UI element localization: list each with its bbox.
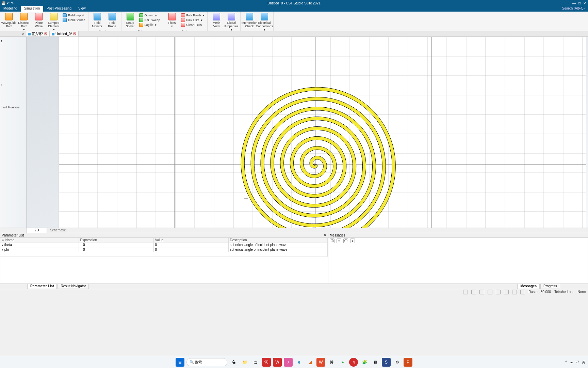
tab-simulation[interactable]: Simulation — [21, 6, 44, 12]
doctab-2[interactable]: Untitled_0*☒ — [50, 31, 79, 36]
window-close-icon[interactable]: ✕ — [583, 1, 586, 5]
msg-info-icon[interactable]: ⓘ — [330, 239, 334, 243]
taskbar-app6-icon[interactable]: ⚙ — [393, 358, 402, 367]
tray-chevron-icon[interactable]: ^ — [565, 360, 567, 364]
discrete-port-button[interactable]: Discrete Port▾ — [16, 12, 31, 32]
start-button[interactable]: ⊞ — [176, 358, 184, 367]
taskbar-netease-icon[interactable]: ♫ — [349, 358, 358, 367]
panel-tabs: Parameter List Result Navigator Messages… — [0, 284, 588, 289]
col-desc[interactable]: Description — [228, 238, 328, 243]
taskbar-app1-icon[interactable]: 词 — [262, 358, 271, 367]
paneltab-progress[interactable]: Progress — [540, 284, 560, 289]
window-maximize-icon[interactable]: □ — [578, 1, 581, 5]
optimizer-label: Optimizer — [145, 14, 158, 17]
field-import-button[interactable]: Field Import — [62, 13, 86, 18]
taskbar-explorer-icon[interactable]: 📁 — [240, 358, 249, 367]
taskbar-app5-icon[interactable]: 🖥 — [371, 358, 380, 367]
table-row-new[interactable] — [0, 252, 328, 257]
model-viewport[interactable] — [27, 37, 588, 228]
taskbar-folder-icon[interactable]: 🗂 — [251, 358, 260, 367]
taskbar-matlab-icon[interactable]: ◢ — [306, 358, 314, 367]
status-axes-icon[interactable] — [520, 290, 525, 294]
table-row[interactable]: ▸ phi= 00spherical angle of incident pla… — [0, 247, 328, 252]
window-titlebar: 💾 ↶ ↷ Untitled_0 - CST Studio Suite 2021… — [0, 0, 588, 6]
tab-view[interactable]: View — [75, 6, 89, 12]
doctab-close-icon[interactable]: ✕ — [22, 32, 24, 36]
taskbar-ppt-icon[interactable]: P — [404, 358, 412, 367]
taskbar-terminal-icon[interactable]: ⌘ — [327, 358, 336, 367]
intersection-check-button[interactable]: Intersection Check — [242, 12, 257, 29]
optimizer-icon — [139, 13, 143, 17]
taskbar-cst-icon[interactable]: S — [382, 358, 391, 367]
waveguide-port-button[interactable]: Waveguide Port — [1, 12, 16, 29]
taskbar-app4-icon[interactable]: 🧩 — [360, 358, 369, 367]
doctab-2-close-icon[interactable]: ☒ — [73, 32, 76, 36]
tree-node-1[interactable]: 1 — [1, 38, 26, 44]
param-panel-close-icon[interactable]: ✕ — [324, 233, 326, 237]
taskbar-edge-icon[interactable]: e — [295, 358, 304, 367]
global-properties-button[interactable]: Global Properties▾ — [224, 12, 239, 32]
taskbar-widgets-icon[interactable]: 🌤 — [229, 358, 238, 367]
ribbon-search[interactable]: Search (Alt+Q) — [559, 6, 588, 12]
tray-ime[interactable]: 英 — [582, 360, 585, 365]
field-monitor-button[interactable]: Field Monitor — [90, 12, 105, 29]
ribbon-tabs: Modeling Simulation Post-Processing View… — [0, 6, 588, 12]
par-sweep-button[interactable]: Par. Sweep — [138, 18, 161, 22]
electrical-connections-button[interactable]: Electrical Connections▾ — [257, 12, 272, 32]
tree-node-s[interactable]: s — [1, 82, 26, 88]
col-name[interactable]: ▽ Name — [0, 238, 79, 243]
optimizer-button[interactable]: Optimizer — [138, 13, 161, 18]
paneltab-paramlist[interactable]: Parameter List — [27, 284, 57, 289]
lumped-element-label: Lumped Element — [47, 21, 61, 28]
setup-solver-button[interactable]: Setup Solver — [123, 12, 138, 29]
qat-redo-icon[interactable]: ↷ — [11, 1, 14, 5]
doctab-1-close-icon[interactable]: ☒ — [44, 32, 47, 36]
clear-picks-button[interactable]: Clear Picks — [180, 22, 206, 27]
param-panel-title: Parameter List — [2, 233, 24, 237]
table-row[interactable]: ▸ theta= 00spherical angle of incident p… — [0, 243, 328, 247]
field-probe-button[interactable]: Field Probe — [105, 12, 120, 29]
msg-err-icon[interactable]: ⓘ — [343, 239, 348, 243]
qat-save-icon[interactable]: 💾 — [1, 1, 5, 5]
picks-button[interactable]: Picks▾ — [165, 12, 180, 29]
status-reset-icon[interactable] — [479, 290, 484, 294]
pick-lists-button[interactable]: Pick Lists ▾ — [180, 18, 206, 22]
taskbar-search[interactable]: 🔍 搜索 — [186, 358, 227, 366]
status-zoom-icon[interactable] — [463, 290, 468, 294]
windows-taskbar[interactable]: ⊞ 🔍 搜索 🌤 📁 🗂 词 W ♪ e ◢ W ⌘ ● ♫ 🧩 🖥 S ⚙ P… — [0, 356, 588, 368]
pick-points-button[interactable]: Pick Points ▾ — [180, 13, 206, 18]
mesh-view-button[interactable]: Mesh View — [209, 12, 224, 29]
navigation-tree[interactable]: 1 s l rrent Monitors — [0, 37, 27, 228]
tree-node-monitors[interactable]: rrent Monitors — [1, 104, 26, 110]
taskbar-app2-icon[interactable]: W — [273, 358, 282, 367]
col-value[interactable]: Value — [153, 238, 228, 243]
doctab-1[interactable]: 正方环*☒ — [26, 31, 50, 36]
viewtab-schematic[interactable]: Schematic — [48, 228, 68, 233]
taskbar-wps-icon[interactable]: W — [316, 358, 325, 367]
logfile-button[interactable]: Logfile ▾ — [138, 22, 161, 27]
tab-modeling[interactable]: Modeling — [0, 6, 21, 12]
tray-cloud-icon[interactable]: ☁ — [570, 360, 573, 364]
tab-postprocessing[interactable]: Post-Processing — [43, 6, 75, 12]
msg-filter-icon[interactable]: ≡ — [350, 239, 355, 243]
taskbar-wechat-icon[interactable]: ● — [338, 358, 347, 367]
taskbar-app3-icon[interactable]: ♪ — [284, 358, 293, 367]
status-fit-icon[interactable] — [471, 290, 476, 294]
parameter-table[interactable]: ▽ Name Expression Value Description ▸ th… — [0, 238, 328, 257]
field-source-button[interactable]: Field Source — [62, 18, 86, 22]
status-help-icon[interactable] — [512, 290, 517, 294]
lumped-element-button[interactable]: Lumped Element▾ — [46, 12, 61, 32]
plane-wave-button[interactable]: Plane Wave — [31, 12, 46, 29]
status-pan-icon[interactable] — [488, 290, 492, 294]
paneltab-messages[interactable]: Messages — [517, 284, 540, 289]
tray-defender-icon[interactable]: 🛡 — [576, 360, 579, 364]
viewtab-3d[interactable]: 2D — [27, 228, 47, 233]
window-minimize-icon[interactable]: — — [572, 1, 576, 5]
status-rotate-icon[interactable] — [496, 290, 501, 294]
status-units-icon[interactable] — [504, 290, 509, 294]
paneltab-resultnav[interactable]: Result Navigator — [58, 284, 89, 289]
col-expr[interactable]: Expression — [79, 238, 153, 243]
msg-warn-icon[interactable]: ⚠ — [337, 239, 341, 243]
qat-undo-icon[interactable]: ↶ — [7, 1, 10, 5]
tree-node-l[interactable]: l — [1, 98, 26, 104]
